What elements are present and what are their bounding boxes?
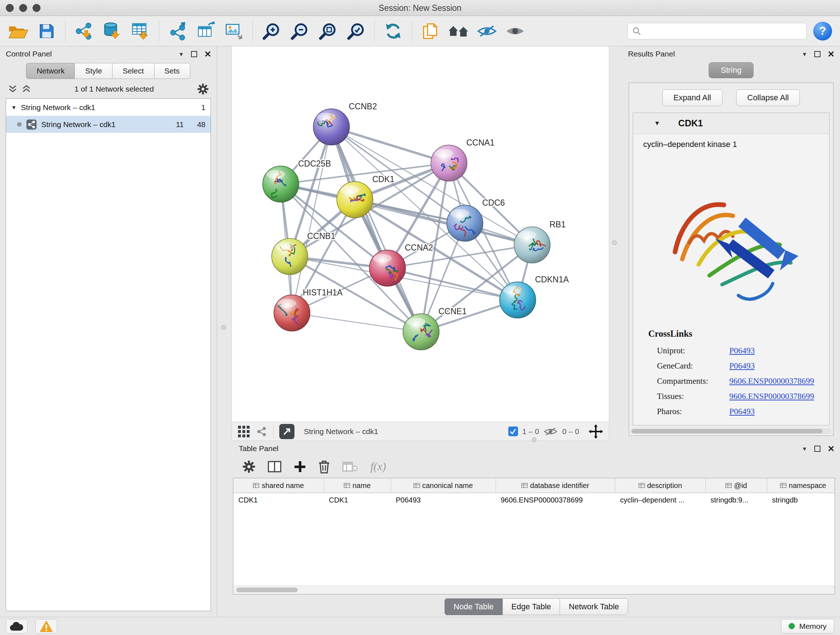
open-session-button[interactable] <box>5 19 32 44</box>
cloud-status-button[interactable] <box>6 619 27 633</box>
network-row-selected[interactable]: String Network – cdk1 11 48 <box>6 116 210 133</box>
collapse-all-tree-button[interactable] <box>22 85 31 93</box>
pan-mode-button[interactable] <box>589 424 603 439</box>
column-header-description[interactable]: description <box>615 478 706 493</box>
crosslink-link[interactable]: P06493 <box>729 343 755 358</box>
export-table-button[interactable] <box>193 19 219 44</box>
delete-column-button[interactable] <box>318 460 330 473</box>
panel-close-icon[interactable]: × <box>204 50 211 57</box>
close-window-button[interactable] <box>6 4 14 12</box>
expand-all-tree-button[interactable] <box>8 85 17 93</box>
tab-edge-table[interactable]: Edge Table <box>502 599 561 615</box>
panel-close-icon[interactable]: × <box>828 445 834 452</box>
network-collection-row[interactable]: ▼ String Network – cdk1 1 <box>6 99 210 116</box>
panel-menu-icon[interactable]: ▼ <box>802 51 807 57</box>
column-header-canonical-name[interactable]: canonical name <box>391 478 496 493</box>
export-image-button[interactable] <box>221 19 248 44</box>
minimize-window-button[interactable] <box>19 4 27 12</box>
network-options-gear-button[interactable] <box>197 83 209 95</box>
panel-float-icon[interactable] <box>191 51 197 57</box>
column-header-database-identifier[interactable]: database identifier <box>496 478 615 493</box>
home-button[interactable] <box>445 19 472 44</box>
table-cell[interactable]: CDK1 <box>233 493 324 507</box>
network-node-CDK1[interactable] <box>337 182 373 218</box>
protein-section-header[interactable]: ▼ CDK1 <box>633 113 829 134</box>
crosslink-link[interactable]: 9606.ENSP00000378699 <box>729 389 814 404</box>
network-node-CCNA2[interactable] <box>369 250 406 287</box>
table-cell[interactable]: cyclin–dependent ... <box>615 493 706 507</box>
table-cell[interactable]: P06493 <box>391 493 496 507</box>
column-header-namespace[interactable]: namespace <box>767 478 835 493</box>
tab-network[interactable]: Network <box>26 63 75 79</box>
network-canvas[interactable]: CCNB2CCNA1CDC25BCDK1CDC6RB1CCNB1CCNA2CDK… <box>232 46 609 422</box>
save-session-button[interactable] <box>33 19 60 44</box>
vertical-splitter-handle[interactable] <box>612 241 617 245</box>
zoom-in-button[interactable] <box>258 19 285 44</box>
zoom-fit-button[interactable] <box>314 19 341 44</box>
crosslink-link[interactable]: P06493 <box>729 358 755 374</box>
disclosure-triangle-icon[interactable]: ▼ <box>654 120 660 127</box>
import-table-from-file-button[interactable] <box>127 19 154 44</box>
refresh-view-button[interactable] <box>380 19 407 44</box>
tab-node-table[interactable]: Node Table <box>445 599 503 615</box>
show-columns-button[interactable] <box>268 461 281 473</box>
function-builder-button[interactable]: f(x) <box>370 460 386 473</box>
tab-select[interactable]: Select <box>112 63 154 79</box>
zoom-window-button[interactable] <box>33 4 41 12</box>
panel-float-icon[interactable] <box>814 446 821 452</box>
network-edge-HIST1H1A-CCNE1[interactable] <box>292 313 421 332</box>
hide-selected-button[interactable] <box>474 19 500 44</box>
help-button[interactable]: ? <box>813 22 832 41</box>
column-header-shared-name[interactable]: shared name <box>233 478 324 493</box>
column-header--id[interactable]: @id <box>706 478 767 493</box>
crosslink-link[interactable]: 9606.ENSP00000378699 <box>729 374 814 389</box>
show-all-button[interactable] <box>502 19 529 44</box>
tab-sets[interactable]: Sets <box>154 63 190 79</box>
network-edge-CCNB2-CCNA1[interactable] <box>332 127 449 163</box>
birds-eye-view-button[interactable] <box>238 425 250 438</box>
panel-float-icon[interactable] <box>814 51 821 57</box>
table-cell[interactable]: stringdb:9... <box>706 493 767 507</box>
import-network-from-database-button[interactable] <box>99 19 126 44</box>
network-node-CDC25B[interactable] <box>263 166 299 203</box>
hidden-items-icon[interactable] <box>543 426 558 437</box>
table-cell[interactable]: CDK1 <box>324 493 391 507</box>
vertical-splitter-handle[interactable] <box>221 325 226 330</box>
network-edge-CCNB2-CCNE1[interactable] <box>332 127 421 332</box>
memory-button[interactable]: Memory <box>781 619 834 633</box>
table-settings-gear-button[interactable] <box>242 460 256 473</box>
network-node-CCNB1[interactable] <box>272 239 308 275</box>
network-node-HIST1H1A[interactable] <box>274 295 310 331</box>
panel-menu-icon[interactable]: ▼ <box>179 51 184 57</box>
table-cell[interactable]: 9606.ENSP00000378699 <box>496 493 615 507</box>
table-row[interactable]: CDK1CDK1P064939606.ENSP00000378699cyclin… <box>233 493 835 507</box>
panel-close-icon[interactable]: × <box>828 50 834 57</box>
collapse-all-button[interactable]: Collapse All <box>736 89 800 106</box>
tab-style[interactable]: Style <box>74 63 112 79</box>
tab-string[interactable]: String <box>709 62 753 78</box>
panel-menu-icon[interactable]: ▼ <box>802 446 807 452</box>
expand-all-button[interactable]: Expand All <box>662 89 722 106</box>
network-node-CCNB2[interactable] <box>313 109 349 145</box>
scrollbar-thumb[interactable] <box>632 429 823 433</box>
results-horizontal-scrollbar[interactable] <box>630 428 832 434</box>
delete-table-button-disabled[interactable] <box>342 461 358 472</box>
network-node-CDKN1A[interactable] <box>500 282 536 318</box>
crosslink-link[interactable]: P06493 <box>729 404 755 419</box>
network-node-CCNA1[interactable] <box>431 145 467 181</box>
network-node-CDC6[interactable] <box>447 205 483 241</box>
network-edge-CCNA2-CDKN1A[interactable] <box>387 268 518 300</box>
add-column-button[interactable] <box>294 461 306 473</box>
network-edge-CDK1-RB1[interactable] <box>355 200 532 245</box>
selected-nodes-icon[interactable] <box>508 426 518 436</box>
scrollbar-thumb[interactable] <box>236 587 298 592</box>
table-cell[interactable]: stringdb <box>767 493 835 507</box>
zoom-out-button[interactable] <box>286 19 313 44</box>
export-network-button[interactable] <box>164 19 191 44</box>
horizontal-splitter-handle[interactable] <box>532 437 537 442</box>
disclosure-triangle-icon[interactable]: ▼ <box>11 104 17 111</box>
tab-network-table[interactable]: Network Table <box>560 599 628 615</box>
table-horizontal-scrollbar[interactable] <box>233 585 835 594</box>
import-network-from-file-button[interactable] <box>71 19 97 44</box>
zoom-selected-button[interactable] <box>343 19 369 44</box>
